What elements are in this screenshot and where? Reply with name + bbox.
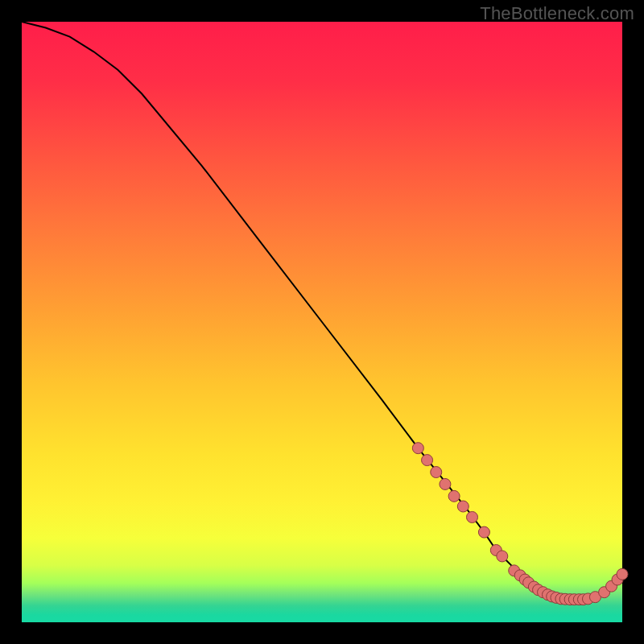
data-marker [457, 501, 469, 512]
data-marker [431, 467, 442, 478]
data-marker [412, 443, 423, 454]
watermark-text: TheBottleneck.com [480, 3, 634, 24]
data-marker [467, 511, 478, 522]
data-marker [448, 490, 460, 502]
data-marker [497, 551, 508, 562]
data-marker [422, 455, 433, 466]
chart-container: TheBottleneck.com [0, 0, 644, 644]
data-marker [478, 526, 489, 538]
data-marker [440, 478, 451, 489]
bottleneck-chart [0, 0, 644, 644]
data-marker [617, 568, 628, 580]
